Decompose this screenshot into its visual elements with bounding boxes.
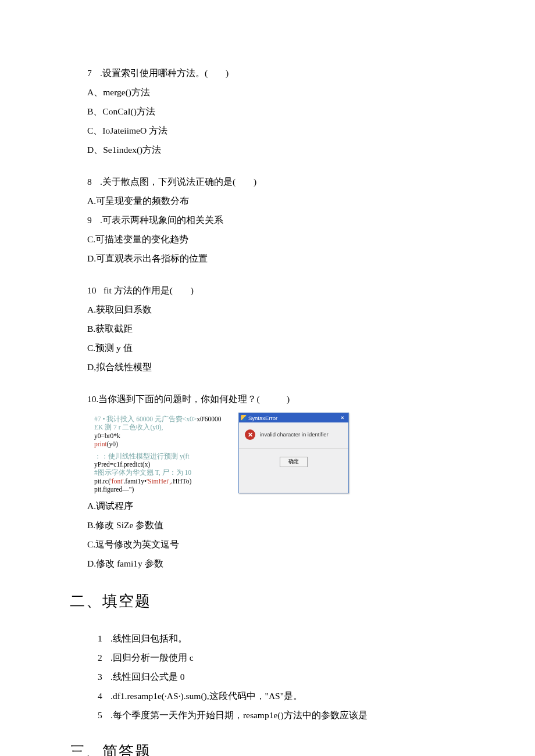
q10-opt-a: A.获取回归系数 bbox=[87, 300, 465, 318]
code-l6: yPred=c1f.predict(x) bbox=[94, 460, 228, 468]
question-10-fit: 10fit 方法的作用是( ) A.获取回归系数 B.获取截距 C.预测 y 值… bbox=[87, 281, 465, 376]
code-l9: pit.figured—") bbox=[94, 485, 228, 493]
question-7: 7.设置索引使用哪种方法。( ) A、merge()方法 B、ConCaI()方… bbox=[87, 64, 465, 159]
q8-stem: .关于散点图，下列说法正确的是( ) bbox=[100, 177, 256, 187]
q7-opt-b: B、ConCaI()方法 bbox=[87, 102, 465, 120]
q7-opt-c: C、IoJateiimeO 方法 bbox=[87, 121, 465, 139]
f4-num: 4 bbox=[98, 687, 110, 705]
q7-stem: .设置索引使用哪种方法。( ) bbox=[100, 68, 229, 78]
f2-num: 2 bbox=[98, 648, 110, 667]
q7-opt-d: D、Se1index()方法 bbox=[87, 141, 465, 159]
error-dialog: SyntaxError × ✕ invalid character in ide… bbox=[238, 413, 349, 493]
code-l8c: .fami1y• bbox=[123, 478, 146, 485]
code-l8b: 'font' bbox=[110, 478, 124, 485]
code-l1a: #7 • 我计投入 60000 元广告费<x0> bbox=[94, 415, 197, 422]
code-snippet: #7 • 我计投入 60000 元广告费<x0>x0'60000 EK 测 7 … bbox=[94, 411, 228, 493]
q10b-opt-d: D.修改 fami1y 参数 bbox=[87, 554, 465, 572]
q8-opt-d: D.可直观表示出各指标的位置 bbox=[87, 249, 465, 267]
q10-num: 10 bbox=[87, 281, 104, 299]
code-l7: #图示字体为华文翘 T, 尸：为 10 bbox=[94, 468, 228, 476]
section-short-title: 三、简答题 bbox=[70, 737, 465, 756]
python-icon bbox=[241, 415, 247, 421]
code-l2: EK 测 7 r 二色收入(y0), bbox=[94, 423, 228, 431]
q8-num: 8 bbox=[87, 173, 100, 191]
code-l8a: pit.rc( bbox=[94, 478, 110, 485]
dialog-titlebar: SyntaxError × bbox=[239, 413, 348, 422]
q8-opt-b: .可表示两种现象间的相关关系 bbox=[100, 215, 223, 225]
ok-button[interactable]: 确定 bbox=[280, 457, 308, 467]
q10b-opt-c: C.逗号修改为英文逗号 bbox=[87, 535, 465, 553]
question-8: 8.关于散点图，下列说法正确的是( ) A.可呈现变量的频数分布 9.可表示两种… bbox=[87, 173, 465, 267]
q10b-stem: 10.当你遇到下面的问题时，你如何处理？( ) bbox=[87, 390, 465, 408]
dialog-body: ✕ invalid character in identifier bbox=[239, 422, 348, 448]
q10b-opt-b: B.修改 SiZe 参数值 bbox=[87, 516, 465, 534]
dialog-message: invalid character in identifier bbox=[260, 432, 329, 438]
code-l5: ：：使川线性模型进行预测 y(ft bbox=[94, 452, 228, 460]
q10b-opt-a: A.调试程序 bbox=[87, 497, 465, 515]
q8-opt-a: A.可呈现变量的频数分布 bbox=[87, 192, 465, 210]
f3-num: 3 bbox=[98, 668, 110, 686]
code-l8d: 'SimHei', bbox=[147, 478, 171, 485]
code-l8e: .HHTo) bbox=[171, 478, 191, 485]
f2-text: .回归分析一般使用 c bbox=[110, 653, 194, 662]
f4-text: .df1.resamp1e(·AS·).sum(),这段代码中，"AS"是。 bbox=[110, 691, 302, 701]
code-and-dialog: #7 • 我计投入 60000 元广告费<x0>x0'60000 EK 测 7 … bbox=[94, 411, 465, 493]
section-fill-title: 二、填空题 bbox=[70, 586, 465, 617]
q8-num-9: 9 bbox=[87, 211, 100, 229]
close-icon[interactable]: × bbox=[339, 413, 346, 423]
q10-stem: fit 方法的作用是( ) bbox=[104, 285, 194, 295]
f5-text: .每个季度第一天作为开始日期，resamp1e()方法中的参数应该是 bbox=[110, 710, 368, 720]
code-l4b: (y0) bbox=[107, 440, 118, 447]
code-l4a: print bbox=[94, 440, 107, 447]
code-l1b: x0'60000 bbox=[197, 415, 221, 422]
f3-text: .线性回归公式是 0 bbox=[110, 672, 185, 682]
f1-text: .线性回归包括和。 bbox=[110, 633, 187, 643]
error-icon: ✕ bbox=[245, 429, 255, 440]
question-10-error: 10.当你遇到下面的问题时，你如何处理？( ) #7 • 我计投入 60000 … bbox=[87, 390, 465, 572]
fill-questions: 1.线性回归包括和。 2.回归分析一般使用 c 3.线性回归公式是 0 4.df… bbox=[87, 629, 465, 724]
q8-opt-c: C.可描述变量的变化趋势 bbox=[87, 230, 465, 248]
q10-opt-b: B.获取截距 bbox=[87, 320, 465, 338]
code-l3: y0=br0*k bbox=[94, 432, 228, 440]
dialog-title: SyntaxError bbox=[248, 413, 277, 424]
q10-opt-d: D,拟合线性模型 bbox=[87, 358, 465, 376]
q7-opt-a: A、merge()方法 bbox=[87, 83, 465, 101]
q7-num: 7 bbox=[87, 64, 100, 82]
f5-num: 5 bbox=[98, 706, 110, 724]
q10-opt-c: C.预测 y 值 bbox=[87, 339, 465, 357]
f1-num: 1 bbox=[98, 629, 110, 647]
dialog-button-row: 确定 bbox=[239, 448, 348, 472]
